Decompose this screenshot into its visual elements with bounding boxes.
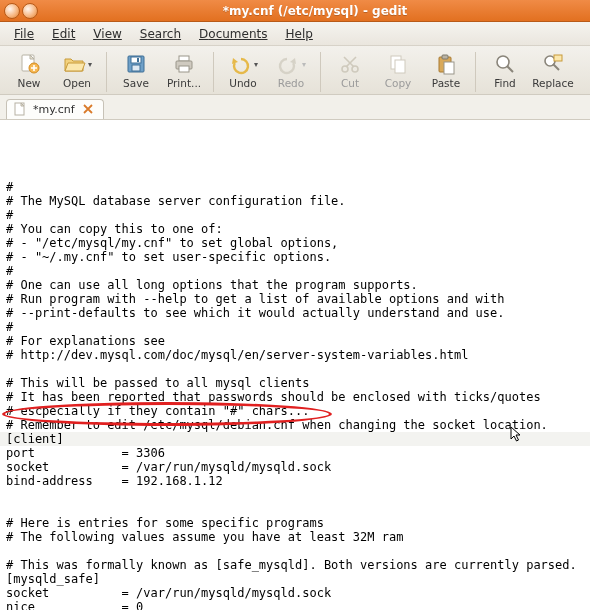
text-editor[interactable]: # # The MySQL database server configurat… (0, 120, 590, 610)
copy-icon (386, 52, 410, 76)
cut-button: Cut (327, 50, 373, 91)
paste-clipboard-icon (434, 52, 458, 76)
mouse-cursor-icon (510, 426, 522, 444)
menu-edit[interactable]: Edit (44, 25, 83, 43)
menu-file[interactable]: File (6, 25, 42, 43)
toolbar-label: Print... (167, 77, 201, 89)
copy-button: Copy (375, 50, 421, 91)
window-controls (4, 3, 38, 19)
open-button[interactable]: ▾ Open (54, 50, 100, 91)
toolbar-label: Copy (385, 77, 412, 89)
replace-icon (541, 52, 565, 76)
svg-rect-6 (179, 56, 189, 61)
window-button-2[interactable] (22, 3, 38, 19)
svg-rect-3 (131, 57, 141, 63)
toolbar-label: Replace (532, 77, 574, 89)
tab-mycnf[interactable]: *my.cnf (6, 99, 104, 119)
menu-search[interactable]: Search (132, 25, 189, 43)
undo-button[interactable]: ▾ Undo (220, 50, 266, 91)
window-button-1[interactable] (4, 3, 20, 19)
find-magnifier-icon (493, 52, 517, 76)
toolbar: New ▾ Open Save Print... ▾ Undo (0, 46, 590, 95)
menu-help[interactable]: Help (278, 25, 321, 43)
svg-rect-8 (179, 66, 189, 72)
tab-label: *my.cnf (33, 103, 75, 116)
chevron-down-icon: ▾ (88, 60, 92, 69)
toolbar-label: Paste (432, 77, 460, 89)
menu-documents[interactable]: Documents (191, 25, 275, 43)
window-title: *my.cnf (/etc/mysql) - gedit (44, 4, 586, 18)
toolbar-label: New (18, 77, 41, 89)
svg-rect-15 (444, 62, 454, 74)
toolbar-label: Undo (229, 77, 256, 89)
toolbar-label: Open (63, 77, 91, 89)
toolbar-label: Cut (341, 77, 359, 89)
svg-rect-18 (554, 55, 562, 61)
chevron-down-icon: ▾ (302, 60, 306, 69)
menubar: File Edit View Search Documents Help (0, 22, 590, 46)
redo-button: ▾ Redo (268, 50, 314, 91)
tabbar: *my.cnf (0, 95, 590, 120)
toolbar-label: Find (494, 77, 516, 89)
svg-rect-4 (132, 65, 140, 71)
paste-button[interactable]: Paste (423, 50, 469, 91)
find-button[interactable]: Find (482, 50, 528, 91)
new-button[interactable]: New (6, 50, 52, 91)
toolbar-label: Redo (278, 77, 304, 89)
menu-view[interactable]: View (85, 25, 129, 43)
svg-rect-14 (442, 55, 448, 59)
editor-content: # # The MySQL database server configurat… (6, 180, 584, 610)
save-disk-icon (124, 52, 148, 76)
svg-rect-12 (395, 60, 405, 73)
printer-icon (172, 52, 196, 76)
redo-icon (276, 52, 300, 76)
undo-icon (228, 52, 252, 76)
document-icon (13, 102, 27, 116)
chevron-down-icon: ▾ (254, 60, 258, 69)
svg-rect-5 (137, 58, 139, 62)
save-button[interactable]: Save (113, 50, 159, 91)
toolbar-separator (320, 52, 321, 92)
new-file-icon (17, 52, 41, 76)
open-folder-icon (62, 52, 86, 76)
toolbar-separator (213, 52, 214, 92)
cut-scissors-icon (338, 52, 362, 76)
replace-button[interactable]: Replace (530, 50, 576, 91)
close-tab-icon[interactable] (81, 102, 95, 116)
toolbar-separator (475, 52, 476, 92)
toolbar-separator (106, 52, 107, 92)
print-button[interactable]: Print... (161, 50, 207, 91)
window-titlebar: *my.cnf (/etc/mysql) - gedit (0, 0, 590, 22)
toolbar-label: Save (123, 77, 149, 89)
